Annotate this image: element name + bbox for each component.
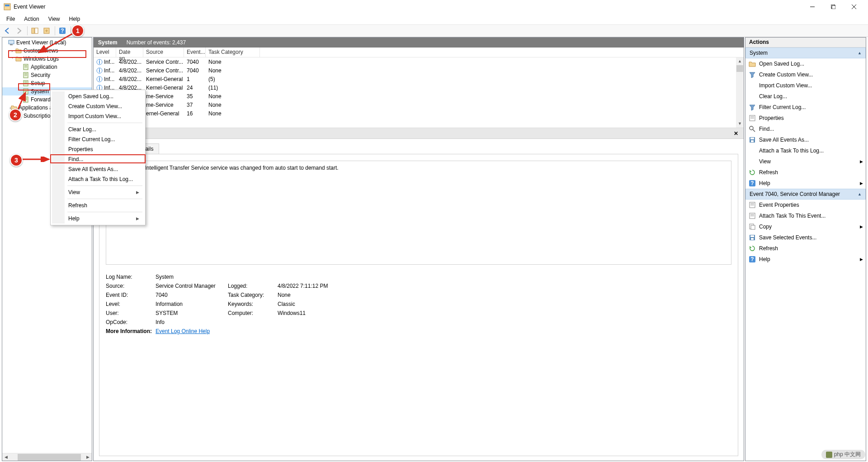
menu-label: Refresh (68, 202, 87, 209)
chevron-up-icon: ▲ (858, 51, 862, 55)
tree-node-icon (22, 71, 29, 79)
folder-icon (748, 60, 756, 68)
menu-item-refresh[interactable]: Refresh (52, 200, 144, 210)
maximize-button[interactable] (823, 0, 844, 14)
action-label: Save Selected Events... (759, 234, 816, 241)
event-description: e Background Intelligent Transfer Servic… (106, 161, 731, 265)
menu-label: Help (68, 215, 80, 222)
tree-item-application[interactable]: Application (2, 63, 92, 71)
menu-item-create-custom-view[interactable]: Create Custom View... (52, 101, 144, 111)
action-label: Find... (759, 126, 774, 132)
menu-item-attach-a-task-to-this-log[interactable]: Attach a Task To this Log... (52, 174, 144, 184)
export-button[interactable] (41, 25, 52, 36)
col-source[interactable]: Source (143, 48, 184, 57)
save-icon (748, 233, 756, 242)
action-event-properties[interactable]: Event Properties (745, 200, 866, 210)
action-create-custom-view[interactable]: Create Custom View... (745, 69, 866, 80)
action-refresh[interactable]: Refresh (745, 167, 866, 178)
menu-file[interactable]: File (2, 14, 19, 24)
action-find[interactable]: Find... (745, 124, 866, 134)
tree-root[interactable]: Event Viewer (Local) (2, 38, 92, 47)
menu-item-find[interactable]: Find... (52, 154, 144, 164)
col-event[interactable]: Event... (184, 48, 206, 57)
action-attach-task-to-this-event[interactable]: Attach Task To This Event... (745, 210, 866, 221)
expand-icon[interactable]: ˅ (9, 57, 15, 62)
close-detail-button[interactable]: ✕ (732, 130, 740, 137)
action-refresh[interactable]: Refresh (745, 243, 866, 254)
col-level[interactable]: Level (94, 48, 116, 57)
event-row[interactable]: iInf...4/8/202...Kernel-General1(5) (94, 75, 744, 83)
tree-label: System (31, 88, 49, 95)
back-button[interactable] (2, 25, 13, 36)
grid-header[interactable]: Level Date an... Source Event... Task Ca… (94, 48, 744, 57)
tree-item-setup[interactable]: Setup (2, 79, 92, 87)
copy-icon (748, 223, 756, 231)
log-name: System (98, 39, 118, 46)
menu-item-import-custom-view[interactable]: Import Custom View... (52, 111, 144, 121)
svg-rect-14 (9, 40, 14, 44)
menu-item-view[interactable]: View▶ (52, 187, 144, 197)
tree-item-security[interactable]: Security (2, 71, 92, 79)
chevron-right-icon: ▶ (136, 216, 139, 221)
value-keywords: Classic (278, 301, 368, 307)
expand-icon[interactable]: › (9, 48, 15, 53)
action-filter-current-log[interactable]: Filter Current Log... (745, 102, 866, 113)
cell-task: (11) (206, 85, 260, 91)
tree-item-windows-logs[interactable]: ˅Windows Logs (2, 55, 92, 63)
col-date[interactable]: Date an... (116, 48, 143, 57)
help-button[interactable]: ? (57, 25, 68, 36)
forward-button[interactable] (14, 25, 24, 36)
action-attach-a-task-to-this-log[interactable]: Attach a Task To this Log... (745, 145, 866, 156)
col-task[interactable]: Task Category (206, 48, 260, 57)
menu-item-properties[interactable]: Properties (52, 144, 144, 154)
label-user: User: (106, 310, 156, 316)
cell-task: None (206, 93, 260, 100)
menu-label: Open Saved Log... (68, 93, 113, 100)
actions-title: Actions (745, 38, 866, 48)
horizontal-scrollbar[interactable]: ◀▶ (2, 453, 92, 461)
svg-rect-52 (750, 138, 754, 139)
minimize-button[interactable] (802, 0, 823, 14)
event-row[interactable]: iInf...4/8/202...me-Service37None (94, 100, 744, 109)
event-row[interactable]: iInf...4/8/202...ernel-General16None (94, 109, 744, 118)
action-view[interactable]: View▶ (745, 156, 866, 167)
close-button[interactable] (844, 0, 864, 14)
label-task-category: Task Category: (228, 292, 278, 298)
link-online-help[interactable]: Event Log Online Help (156, 328, 210, 334)
svg-rect-66 (751, 238, 754, 240)
menu-item-help[interactable]: Help▶ (52, 214, 144, 224)
menu-item-filter-current-log[interactable]: Filter Current Log... (52, 134, 144, 144)
action-save-selected-events[interactable]: Save Selected Events... (745, 232, 866, 243)
tree-item-custom-views[interactable]: ›Custom Views (2, 47, 92, 55)
action-label: Create Custom View... (759, 71, 813, 78)
action-open-saved-log[interactable]: Open Saved Log... (745, 58, 866, 69)
action-save-all-events-as[interactable]: Save All Events As... (745, 134, 866, 145)
menu-item-open-saved-log[interactable]: Open Saved Log... (52, 91, 144, 101)
event-row[interactable]: iInf...4/8/202...Service Contr...7040Non… (94, 57, 744, 66)
action-copy[interactable]: Copy▶ (745, 221, 866, 232)
action-import-custom-view[interactable]: Import Custom View... (745, 80, 866, 91)
menu-view[interactable]: View (44, 14, 65, 24)
tree-node-icon (22, 80, 29, 87)
event-row[interactable]: iInf...4/8/202...Service Contr...7040Non… (94, 66, 744, 75)
show-hide-tree-button[interactable] (29, 25, 40, 36)
menu-action[interactable]: Action (19, 14, 43, 24)
action-properties[interactable]: Properties (745, 113, 866, 124)
event-row[interactable]: iInf...4/8/202...me-Service35None (94, 92, 744, 100)
menu-item-clear-log[interactable]: Clear Log... (52, 124, 144, 134)
value-user: SYSTEM (156, 310, 228, 316)
action-help[interactable]: ?Help▶ (745, 254, 866, 265)
cell-source: Kernel-General (143, 76, 184, 82)
menu-help[interactable]: Help (65, 14, 85, 24)
cell-event-id: 7040 (184, 59, 206, 65)
actions-section-system[interactable]: System ▲ (745, 48, 866, 58)
action-clear-log[interactable]: Clear Log... (745, 91, 866, 102)
event-row[interactable]: iInf...4/8/202...Kernel-General24(11) (94, 83, 744, 92)
cell-event-id: 7040 (184, 67, 206, 74)
actions-section-event[interactable]: Event 7040, Service Control Manager ▲ (745, 189, 866, 200)
vertical-scrollbar[interactable]: ▲▼ (736, 57, 744, 128)
cell-task: None (206, 59, 260, 65)
action-label: Event Properties (759, 202, 799, 208)
action-help[interactable]: ?Help▶ (745, 178, 866, 189)
menu-item-save-all-events-as[interactable]: Save All Events As... (52, 164, 144, 174)
